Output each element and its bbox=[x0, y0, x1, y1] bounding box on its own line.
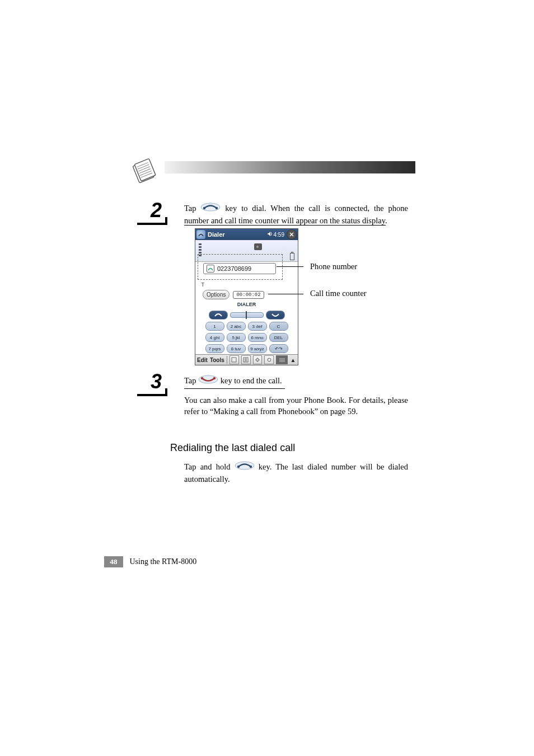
signal-bars-icon bbox=[199, 243, 203, 258]
bottom-toolbar: Edit Tools ▲ bbox=[195, 354, 298, 365]
callout-line-1 bbox=[277, 266, 303, 267]
key-clear[interactable]: C bbox=[269, 322, 288, 331]
section-heading-redial: Redialing the last dialed call bbox=[170, 442, 295, 454]
titlebar-time: 4:59 bbox=[274, 232, 284, 238]
key-8[interactable]: 8 tuv bbox=[227, 344, 246, 353]
svg-point-5 bbox=[216, 207, 218, 209]
key-1[interactable]: 1 bbox=[205, 322, 224, 331]
titlebar-time-area: 4:59 bbox=[267, 231, 284, 238]
step-bracket-icon bbox=[137, 219, 165, 225]
callout-call-time-counter: Call time counter bbox=[310, 289, 367, 298]
key-redial[interactable]: ↶↷ bbox=[269, 344, 288, 353]
sip-keyboard-icon[interactable] bbox=[276, 355, 288, 364]
speaker-icon bbox=[267, 231, 273, 238]
phone-number-row: 0223708699 bbox=[203, 263, 276, 274]
svg-rect-0 bbox=[165, 161, 415, 173]
page-container: 2 Tap key to dial. When the call is conn… bbox=[0, 0, 534, 756]
step-2-label: 2 bbox=[137, 200, 165, 225]
menu-edit[interactable]: Edit bbox=[197, 357, 208, 363]
close-icon[interactable] bbox=[287, 229, 297, 240]
step-bracket-icon bbox=[137, 391, 165, 396]
step-3-text-after: key to end the call. bbox=[221, 376, 282, 385]
svg-point-21 bbox=[237, 466, 239, 468]
titlebar: Dialer 4:59 bbox=[195, 229, 298, 240]
toolbar-icon-4[interactable] bbox=[264, 355, 274, 364]
step-3-number: 3 bbox=[137, 372, 165, 392]
step-3-label: 3 bbox=[137, 372, 165, 396]
volume-slider[interactable] bbox=[230, 312, 264, 318]
record-flag-icon bbox=[254, 243, 262, 250]
step-2-body: Tap key to dial. When the call is connec… bbox=[184, 203, 408, 226]
step-3-body-line1: Tap key to end the call. bbox=[184, 375, 408, 388]
key-7[interactable]: 7 pqrs bbox=[205, 344, 224, 353]
svg-point-19 bbox=[213, 377, 216, 379]
section-body-before: Tap and hold bbox=[184, 462, 235, 471]
key-2[interactable]: 2 abc bbox=[227, 322, 246, 331]
step-2-text-before: Tap bbox=[184, 204, 200, 213]
sip-menu-arrow-icon[interactable]: ▲ bbox=[290, 356, 296, 364]
key-9[interactable]: 9 wxyz bbox=[248, 344, 267, 353]
dial-handset-icon[interactable] bbox=[209, 311, 228, 320]
page-number: 48 bbox=[104, 556, 123, 567]
battery-icon bbox=[290, 253, 294, 260]
dialer-screenshot: Dialer 4:59 bbox=[195, 228, 298, 365]
phone-number-value: 0223708699 bbox=[217, 265, 251, 272]
toolbar-separator bbox=[227, 356, 227, 364]
toolbar-icon-1[interactable] bbox=[229, 355, 239, 364]
svg-point-4 bbox=[203, 207, 205, 209]
toolbar-icon-3[interactable] bbox=[253, 355, 263, 364]
active-call-icon bbox=[207, 265, 214, 273]
svg-point-12 bbox=[268, 358, 271, 361]
options-row: Options 00:00:02 bbox=[203, 290, 264, 299]
svg-point-22 bbox=[249, 466, 251, 468]
page-footer: 48 Using the RTM-8000 bbox=[104, 556, 196, 568]
step-3-rule bbox=[184, 388, 285, 389]
anchor-glyph: T bbox=[201, 281, 205, 288]
key-del[interactable]: DEL bbox=[269, 333, 288, 342]
step-3-text-before: Tap bbox=[184, 376, 198, 385]
status-area bbox=[195, 240, 298, 262]
section-body: Tap and hold key. The last dialed number… bbox=[184, 462, 408, 485]
dialer-app-icon bbox=[196, 230, 205, 239]
header-banner bbox=[124, 158, 415, 186]
key-6[interactable]: 6 mno bbox=[248, 333, 267, 342]
dialer-label: DIALER bbox=[201, 302, 292, 309]
callout-line-2 bbox=[268, 294, 303, 294]
svg-point-18 bbox=[201, 377, 203, 379]
callout-phone-number: Phone number bbox=[310, 262, 357, 271]
hangup-handset-icon[interactable] bbox=[266, 311, 285, 320]
chapter-title: Using the RTM-8000 bbox=[130, 557, 197, 566]
key-3[interactable]: 3 def bbox=[248, 322, 267, 331]
device-screen: Dialer 4:59 bbox=[195, 228, 298, 365]
menu-tools[interactable]: Tools bbox=[210, 357, 224, 363]
toolbar-icon-2[interactable] bbox=[241, 355, 251, 364]
key-4[interactable]: 4 ghi bbox=[205, 333, 224, 342]
key-5[interactable]: 5 jkl bbox=[227, 333, 246, 342]
dial-key-icon bbox=[200, 203, 221, 215]
dial-hold-key-icon bbox=[235, 461, 255, 473]
call-timer: 00:00:02 bbox=[233, 291, 264, 299]
titlebar-title: Dialer bbox=[208, 231, 265, 238]
hangup-key-icon bbox=[198, 375, 218, 387]
step-2-number: 2 bbox=[137, 200, 165, 220]
step-2-rule bbox=[184, 225, 386, 226]
options-button[interactable]: Options bbox=[203, 290, 229, 299]
book-icon bbox=[129, 156, 160, 189]
svg-rect-7 bbox=[232, 358, 236, 362]
step-3-body-line2: You can also make a call from your Phone… bbox=[184, 395, 408, 417]
